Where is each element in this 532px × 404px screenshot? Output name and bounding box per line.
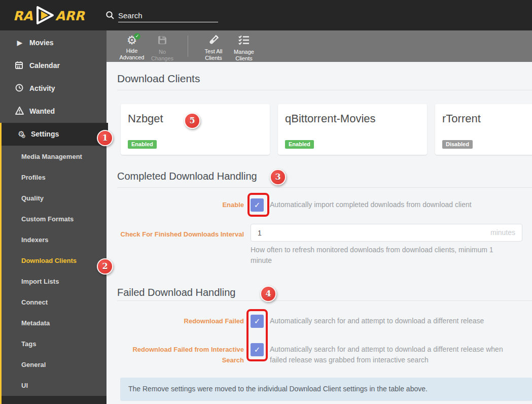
divider [117, 187, 532, 188]
toolbar-label: Hide [126, 48, 138, 54]
check-interval-label: Check For Finished Downloads Interval [117, 229, 244, 240]
toolbar-label: Advanced [120, 54, 145, 60]
settings-content: Download Clients Nzbget Enabled qBittorr… [107, 62, 532, 404]
check-interval-field: minutes [251, 224, 522, 242]
no-changes-save-button[interactable]: No Changes [146, 34, 179, 62]
sidebar-item-label: Settings [31, 130, 59, 138]
svg-text:ARR: ARR [55, 9, 86, 23]
toolbar-label: Changes [151, 55, 173, 61]
page-title: Download Clients [117, 73, 200, 85]
sidebar-item-activity[interactable]: Activity [0, 77, 107, 100]
check-interval-help-text: How often to refresh monitored downloads… [251, 245, 507, 266]
client-name: rTorrent [442, 112, 532, 125]
enable-help-text: Automatically import completed downloads… [270, 199, 523, 210]
toolbar-separator [188, 36, 188, 57]
test-tube-icon [197, 35, 230, 47]
sub-item-label: Tags [21, 340, 36, 348]
client-card-nzbget[interactable]: Nzbget Enabled [121, 104, 270, 155]
sidebar-item-profiles[interactable]: Profiles [2, 167, 107, 188]
status-badge: Enabled [128, 140, 157, 149]
search-input[interactable] [118, 9, 218, 22]
toolbar-label: Clients [235, 55, 253, 61]
gears-icon: ⚙⚙ [17, 129, 26, 139]
sub-item-label: Metadata [21, 319, 50, 327]
sidebar-item-connect[interactable]: Connect [2, 292, 107, 313]
sub-item-label: Indexers [21, 236, 48, 244]
client-name: Nzbget [128, 112, 263, 125]
manage-clients-button[interactable]: Manage Clients [228, 34, 260, 62]
redownload-interactive-checkbox[interactable]: ✓ [251, 343, 264, 356]
sidebar-item-tags[interactable]: Tags [2, 333, 107, 354]
status-badge: Disabled [442, 140, 473, 149]
sub-item-label: Import Lists [21, 278, 59, 285]
sidebar-item-settings[interactable]: ⚙⚙ Settings [2, 123, 108, 146]
redownload-failed-label: Redownload Failed [117, 316, 244, 326]
sidebar-item-label: Calendar [29, 61, 60, 70]
sidebar-item-label: Movies [29, 39, 53, 47]
warning-icon [15, 107, 24, 116]
radarr-logo[interactable]: RA ARR [13, 6, 89, 25]
info-notice: The Remove settings were moved to the in… [120, 378, 532, 401]
divider [117, 300, 532, 301]
sidebar-item-calendar[interactable]: Calendar [0, 54, 107, 77]
toolbar-label: Clients [205, 55, 222, 61]
test-all-clients-button[interactable]: Test All Clients [197, 34, 230, 61]
enable-checkbox[interactable]: ✓ [251, 198, 264, 212]
status-badge: Enabled [285, 140, 314, 149]
redownload-interactive-label: Redownload Failed from Interactive Searc… [117, 344, 244, 365]
redownload-failed-checkbox[interactable]: ✓ [251, 315, 264, 328]
radarr-app-window: RA ARR ▶ Movies Calendar [0, 0, 532, 404]
info-notice-text: The Remove settings were moved to the in… [128, 385, 428, 393]
toolbar-label: Test All [205, 48, 223, 54]
unit-suffix: minutes [490, 228, 515, 237]
divider [117, 90, 532, 90]
top-bar: RA ARR [0, 0, 532, 30]
sub-item-label: Profiles [21, 174, 46, 181]
sidebar-item-ui[interactable]: UI [2, 375, 107, 396]
sidebar-item-import-lists[interactable]: Import Lists [2, 271, 107, 292]
clock-icon [15, 84, 24, 93]
sub-item-label: Custom Formats [21, 215, 74, 223]
sidebar-item-movies[interactable]: ▶ Movies [0, 31, 107, 54]
sidebar-item-media-management[interactable]: Media Management [2, 146, 107, 167]
sub-item-label: UI [21, 382, 28, 389]
enable-label: Enable [117, 199, 244, 210]
sidebar-item-general[interactable]: General [2, 354, 107, 375]
sidebar-item-metadata[interactable]: Metadata [2, 313, 107, 333]
page-toolbar: ⚙ ✓ Hide Advanced No Changes Test All Cl… [107, 30, 532, 62]
client-name: qBittorrent-Movies [285, 112, 420, 125]
hide-advanced-button[interactable]: ⚙ ✓ Hide Advanced [116, 34, 148, 61]
save-icon [146, 35, 179, 47]
check-interval-input[interactable] [251, 224, 484, 241]
redownload-interactive-help-text: Automatically search for and attempt to … [270, 344, 511, 365]
sidebar-item-download-clients[interactable]: Download Clients [2, 250, 107, 271]
play-icon: ▶ [15, 38, 24, 47]
client-card-rtorrent[interactable]: rTorrent Disabled [435, 104, 532, 155]
global-search [105, 9, 222, 24]
client-card-qbittorrent-movies[interactable]: qBittorrent-Movies Enabled [278, 104, 427, 155]
sidebar-item-wanted[interactable]: Wanted [0, 100, 107, 123]
sub-item-label: Download Clients [21, 257, 77, 264]
failed-download-handling-title: Failed Download Handling [117, 287, 235, 298]
sub-item-label: Connect [21, 298, 48, 306]
check-badge-icon: ✓ [134, 33, 140, 40]
svg-text:RA: RA [13, 9, 33, 23]
completed-download-handling-title: Completed Download Handling [117, 171, 257, 182]
checklist-icon [228, 35, 260, 47]
sidebar-bottom-strip [2, 396, 107, 404]
calendar-icon [15, 61, 24, 70]
sub-item-label: Quality [21, 194, 44, 202]
toolbar-label: No [159, 49, 166, 55]
sub-item-label: General [21, 361, 46, 368]
sidebar-item-custom-formats[interactable]: Custom Formats [2, 209, 107, 229]
sidebar-item-quality[interactable]: Quality [2, 188, 107, 209]
search-icon [105, 11, 115, 20]
sidebar-item-label: Wanted [29, 107, 55, 115]
settings-group: ⚙⚙ Settings Media Management Profiles Qu… [0, 123, 107, 404]
radarr-logo-icon: RA ARR [13, 6, 89, 25]
toolbar-label: Manage [234, 49, 254, 55]
sub-item-label: Media Management [21, 153, 82, 160]
sidebar: ▶ Movies Calendar Activity Wanted ⚙⚙ Set… [0, 30, 107, 404]
redownload-failed-help-text: Automatically search for and attempt to … [270, 316, 523, 326]
sidebar-item-indexers[interactable]: Indexers [2, 229, 107, 250]
